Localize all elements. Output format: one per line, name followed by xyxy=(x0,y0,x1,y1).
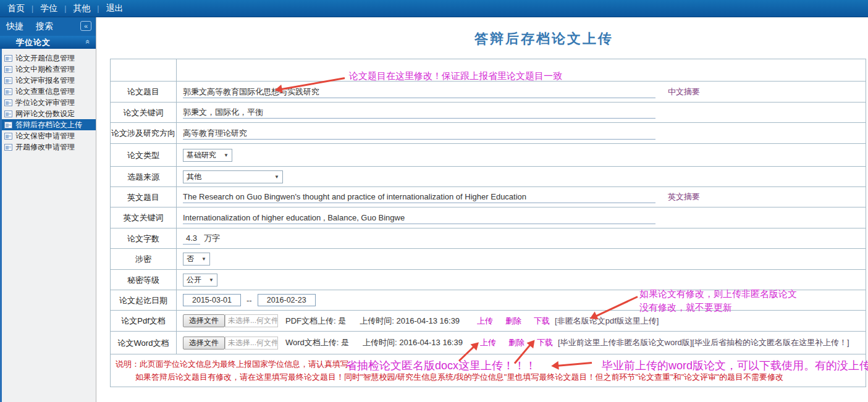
pdf-delete-link[interactable]: 删除 xyxy=(505,316,521,327)
word-count-input[interactable]: 4.3 xyxy=(183,232,200,245)
english-title-input[interactable]: The Research on Guo Bingwen's thought an… xyxy=(183,191,655,203)
word-note: [毕业前这里上传非匿名版论文word版][毕业后省抽检的论文匿名版在这里补上传！… xyxy=(558,337,849,348)
thesis-keywords-input[interactable]: 郭秉文，国际化，平衡 xyxy=(183,106,655,119)
pdf-upload-time: 上传时间: 2016-04-13 16:39 xyxy=(360,316,460,327)
word-upload-time: 上传时间: 2016-04-13 16:39 xyxy=(363,337,463,348)
document-icon xyxy=(4,88,12,95)
topic-source-label: 选题来源 xyxy=(111,167,177,186)
sidebar-item-review-signup[interactable]: 论文评审报名管理 xyxy=(2,75,96,86)
sidebar-item-proposal-info[interactable]: 论文开题信息管理 xyxy=(2,52,96,64)
word-upload-status: Word文档上传: 是 xyxy=(285,337,349,348)
document-icon xyxy=(4,111,12,117)
word-download-link[interactable]: 下载 xyxy=(537,337,553,348)
word-no-file-text: 未选择...何文件 xyxy=(225,337,278,350)
pdf-upload-link[interactable]: 上传 xyxy=(477,316,493,327)
row-pdf-document: 论文Pdf文档 选择文件 未选择...何文件 PDF文档上传: 是 上传时间: … xyxy=(111,311,866,332)
dropdown-caret-icon: ▼ xyxy=(224,153,229,158)
pdf-download-link[interactable]: 下载 xyxy=(534,316,550,327)
sidebar-item-proposal-modify-request[interactable]: 开题修改申请管理 xyxy=(2,141,96,153)
sidebar-item-label: 论文保密申请管理 xyxy=(15,131,75,141)
pdf-document-label: 论文Pdf文档 xyxy=(111,311,177,331)
english-keywords-input[interactable]: Internationalization of higher education… xyxy=(183,212,655,224)
thesis-title-input[interactable]: 郭秉文高等教育国际化思想与实践研究 xyxy=(183,86,655,98)
thesis-type-select[interactable]: 基础研究 ▼ xyxy=(183,149,232,162)
double-chevron-left-icon: « xyxy=(84,22,88,30)
sidebar-item-plagiarism-info[interactable]: 论文查重信息管理 xyxy=(2,86,96,97)
english-title-label: 英文题目 xyxy=(111,187,177,207)
sidebar-item-confidentiality-request[interactable]: 论文保密申请管理 xyxy=(2,130,96,141)
annotation-modified-line2: 没有修改，就不要更新 xyxy=(639,302,732,314)
collapse-up-icon[interactable]: « xyxy=(83,40,92,44)
word-count-label: 论文字数 xyxy=(111,228,177,248)
row-thesis-keywords: 论文关键词 郭秉文，国际化，平衡 xyxy=(111,103,866,123)
document-icon xyxy=(4,66,12,73)
secrecy-level-label: 秘密等级 xyxy=(111,270,177,290)
notice-line-1: 说明：此页面学位论文信息为最终上报国家学位信息，请认真填写。 xyxy=(116,359,356,370)
row-thesis-type: 论文类型 基础研究 ▼ xyxy=(111,144,866,167)
english-abstract-link[interactable]: 英文摘要 xyxy=(668,191,700,203)
spacer-label-cell xyxy=(111,59,177,81)
sidebar-section-degree-thesis[interactable]: 学位论文 « xyxy=(0,36,96,49)
word-choose-file-button[interactable]: 选择文件 xyxy=(183,337,225,350)
sidebar-item-midterm-check[interactable]: 论文中期检查管理 xyxy=(2,64,96,75)
sidebar-item-online-review-count[interactable]: 网评论文份数设定 xyxy=(2,108,96,119)
annotation-modified-line1: 如果论文有修改，则上传非匿名版论文 xyxy=(639,288,797,300)
sidebar-item-label: 论文开题信息管理 xyxy=(15,53,75,64)
selected-value: 其他 xyxy=(187,172,201,182)
nav-other[interactable]: 其他 xyxy=(73,3,90,14)
row-thesis-title: 论文题目 郭秉文高等教育国际化思想与实践研究 中文摘要 xyxy=(111,82,866,103)
sidebar-item-post-defense-upload[interactable]: 答辩后存档论文上传 xyxy=(2,119,96,130)
pdf-no-file-text: 未选择...何文件 xyxy=(225,314,278,327)
english-keywords-label: 英文关键词 xyxy=(111,207,177,228)
sidebar-quick-row: 快捷 搜索 « xyxy=(0,17,96,36)
tab-quick[interactable]: 快捷 xyxy=(6,21,23,32)
sidebar-item-thesis-review[interactable]: 学位论文评审管理 xyxy=(2,97,96,108)
section-title: 学位论文 xyxy=(16,37,51,48)
nav-separator: | xyxy=(32,4,33,13)
notice-line-2: 如果答辩后论文题目有修改，请在这里填写最终论文题目！同时"智慧校园/研究生信息系… xyxy=(135,372,783,383)
annotation-docx-upload: 省抽检论文匿名版docx这里上传！！！ xyxy=(346,358,536,373)
sidebar-collapse-button[interactable]: « xyxy=(80,21,91,31)
date-range-separator: -- xyxy=(246,296,252,305)
document-icon xyxy=(4,99,12,106)
row-topic-source: 选题来源 其他 ▼ xyxy=(111,167,866,187)
row-word-count: 论文字数 4.3 万字 xyxy=(111,228,866,249)
nav-degree[interactable]: 学位 xyxy=(40,3,57,14)
annotation-word-download: 毕业前上传的word版论文，可以下载使用。有的没上传 xyxy=(602,358,868,373)
end-date-input[interactable]: 2016-02-23 xyxy=(258,294,316,306)
word-document-label: 论文Word文档 xyxy=(111,332,177,354)
thesis-type-label: 论文类型 xyxy=(111,144,177,166)
nav-home[interactable]: 首页 xyxy=(7,3,25,14)
sidebar-item-label: 答辩后存档论文上传 xyxy=(15,120,82,130)
thesis-keywords-label: 论文关键词 xyxy=(111,103,177,122)
selected-value: 公开 xyxy=(187,275,201,285)
nav-logout[interactable]: 退出 xyxy=(106,3,123,14)
chinese-abstract-link[interactable]: 中文摘要 xyxy=(668,86,700,98)
tab-search[interactable]: 搜索 xyxy=(36,21,53,32)
main-content: 答辩后存档论文上传 论文题目 郭秉文高等教育国际化思想与实践研究 中文摘要 论文… xyxy=(96,17,868,402)
word-count-unit: 万字 xyxy=(204,233,220,244)
pdf-upload-status: PDF文档上传: 是 xyxy=(285,316,346,327)
thesis-dates-label: 论文起讫日期 xyxy=(111,290,177,310)
sidebar: 快捷 搜索 « 学位论文 « 论文开题信息管理 论文中期检查管理 论文评审报名管… xyxy=(0,17,96,402)
sidebar-item-label: 网评论文份数设定 xyxy=(15,109,75,119)
topic-source-select[interactable]: 其他 ▼ xyxy=(183,170,283,183)
pdf-choose-file-button[interactable]: 选择文件 xyxy=(183,314,225,327)
research-direction-input[interactable]: 高等教育理论研究 xyxy=(183,127,655,140)
dropdown-caret-icon: ▼ xyxy=(274,174,279,180)
nav-separator: | xyxy=(64,4,66,13)
document-icon xyxy=(4,133,12,140)
page-title: 答辩后存档论文上传 xyxy=(474,30,613,48)
document-icon xyxy=(4,55,12,62)
top-nav-bar: 首页 | 学位 | 其他 | 退出 xyxy=(0,0,868,17)
sidebar-item-label: 学位论文评审管理 xyxy=(15,98,75,108)
thesis-title-label: 论文题目 xyxy=(111,82,177,102)
word-delete-link[interactable]: 删除 xyxy=(508,337,525,348)
research-direction-label: 论文涉及研究方向 xyxy=(111,123,177,143)
sidebar-item-label: 论文查重信息管理 xyxy=(15,86,75,97)
word-upload-link[interactable]: 上传 xyxy=(480,337,496,348)
start-date-input[interactable]: 2015-03-01 xyxy=(183,294,241,306)
secrecy-level-select[interactable]: 公开 ▼ xyxy=(183,274,217,287)
classified-select[interactable]: 否 ▼ xyxy=(183,253,210,266)
classified-label: 涉密 xyxy=(111,249,177,269)
